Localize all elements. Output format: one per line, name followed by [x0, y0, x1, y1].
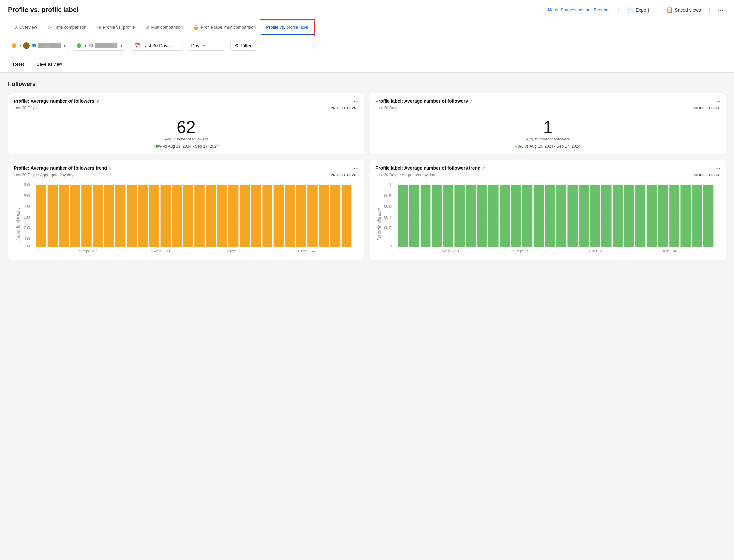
svg-rect-72: [534, 185, 544, 247]
svg-text:0.8: 0.8: [384, 194, 392, 198]
card-2-title: Profile label: Average number of followe…: [375, 99, 472, 104]
svg-rect-31: [217, 185, 227, 247]
profile-selector-2[interactable]: ▾ 🏷 ████████ ▾: [73, 41, 126, 51]
svg-rect-32: [228, 185, 239, 247]
header-actions: Metric Suggestions and Feedback | 📄 Expo…: [548, 5, 726, 15]
svg-rect-85: [680, 185, 691, 247]
tab-multicomparison[interactable]: ⊛ Multicomparison: [140, 20, 188, 35]
reset-button[interactable]: Reset: [8, 60, 29, 69]
trend-card-2-header: Profile label: Average number of followe…: [375, 165, 720, 171]
svg-text:Oct 14: Oct 14: [298, 249, 315, 253]
card-2-comparison-dates: vs Aug 19, 2024 - Sep 17, 2024: [525, 144, 580, 149]
svg-text:1: 1: [388, 183, 392, 187]
svg-text:0: 0: [388, 244, 392, 248]
trend-card-1-header: Profile: Average number of followers tre…: [14, 165, 359, 171]
svg-rect-33: [240, 185, 250, 247]
label-trend-chart-card: Profile label: Average number of followe…: [370, 160, 726, 260]
svg-rect-25: [149, 185, 159, 247]
svg-rect-36: [274, 185, 284, 247]
trend-card-1-level-badge: PROFILE LEVEL: [331, 173, 359, 177]
orange-indicator: [12, 43, 16, 48]
filter-button[interactable]: ⚙ Filter: [230, 41, 256, 51]
help-icon-3[interactable]: ?: [109, 166, 112, 171]
card-2-header: Profile label: Average number of followe…: [375, 99, 720, 104]
time-comparison-icon: ◷: [48, 24, 52, 30]
svg-text:Oct 7: Oct 7: [227, 249, 241, 253]
tab-overview[interactable]: ⊙ Overview: [8, 20, 42, 35]
date-range-selector[interactable]: 📅 Last 30 Days: [130, 41, 183, 51]
granularity-selector[interactable]: Day ▾: [187, 41, 226, 51]
svg-text:0.2: 0.2: [384, 226, 392, 230]
avatar-1: [23, 42, 30, 49]
tab-profile-vs-profile-label[interactable]: Profile vs. profile label: [261, 20, 313, 35]
orange-bar-chart: 60 50 40 30 20 10 0 Avg. number of follo…: [14, 181, 359, 254]
svg-text:10: 10: [23, 237, 30, 241]
profile-name-2: ████████: [95, 43, 117, 48]
trend-card-1-title: Profile: Average number of followers tre…: [14, 165, 112, 171]
app-header: Profile vs. profile label Metric Suggest…: [0, 0, 734, 20]
card-1-menu-button[interactable]: ···: [354, 99, 359, 104]
saved-views-button[interactable]: 📋 Saved views: [664, 5, 704, 14]
card-2-metric-label: Avg. number of followers: [375, 137, 720, 141]
svg-rect-42: [342, 185, 352, 247]
saved-views-icon: 📋: [666, 7, 673, 13]
svg-rect-27: [172, 185, 182, 247]
tab-profile-vs-profile[interactable]: ◑ Profile vs. profile: [92, 20, 140, 35]
help-icon-4[interactable]: ?: [483, 166, 485, 171]
svg-rect-29: [194, 185, 205, 247]
svg-text:40: 40: [23, 205, 30, 208]
followers-section-title: Followers: [8, 81, 726, 88]
label-avg-followers-card: Profile label: Average number of followe…: [370, 93, 726, 154]
trend-card-2-title: Profile label: Average number of followe…: [375, 165, 485, 171]
card-2-level-badge: PROFILE LEVEL: [692, 106, 720, 110]
more-options-button[interactable]: ···: [715, 5, 726, 15]
svg-rect-64: [443, 185, 453, 247]
svg-rect-37: [285, 185, 295, 247]
profile-label-multi-icon: 🔒: [193, 24, 199, 30]
feedback-link[interactable]: Metric Suggestions and Feedback: [548, 7, 613, 12]
svg-rect-68: [488, 185, 499, 247]
main-content: Followers Profile: Average number of fol…: [0, 73, 734, 268]
profile-selector-1[interactable]: ▾ FB ████████ ▾: [8, 40, 69, 51]
separator-2: |: [657, 7, 658, 13]
card-1-period: Last 30 Days: [14, 106, 37, 110]
dropdown-arrow-3: ▾: [85, 44, 86, 48]
card-1-comparison-dates: vs Aug 19, 2024 - Sep 17, 2024: [163, 144, 219, 149]
svg-rect-73: [545, 185, 555, 247]
svg-rect-35: [262, 185, 272, 247]
save-view-button[interactable]: Save as view: [32, 60, 67, 69]
trend-card-1-menu-button[interactable]: ···: [354, 165, 359, 171]
svg-text:Sep 23: Sep 23: [440, 249, 459, 253]
svg-text:Sep 30: Sep 30: [513, 249, 532, 253]
card-2-meta: Last 30 Days PROFILE LEVEL: [375, 106, 720, 110]
profile-trend-chart-card: Profile: Average number of followers tre…: [8, 160, 364, 260]
svg-text:30: 30: [23, 216, 30, 219]
trend-charts-grid: Profile: Average number of followers tre…: [8, 160, 726, 260]
tab-time-comparison[interactable]: ◷ Time comparison: [42, 20, 92, 35]
dropdown-arrow-4: ▾: [121, 44, 122, 48]
svg-rect-81: [635, 185, 646, 247]
card-1-pct-badge: 0%: [154, 144, 162, 149]
help-icon-1[interactable]: ?: [96, 99, 99, 104]
svg-rect-77: [590, 185, 600, 247]
svg-rect-38: [296, 185, 306, 247]
svg-text:Sep 30: Sep 30: [151, 249, 170, 253]
svg-text:50: 50: [23, 194, 30, 198]
card-2-comparison: 0% vs Aug 19, 2024 - Sep 17, 2024: [375, 144, 720, 149]
svg-rect-67: [477, 185, 487, 247]
svg-text:60: 60: [23, 183, 30, 187]
svg-text:0: 0: [27, 244, 30, 248]
export-button[interactable]: 📄 Export: [625, 5, 652, 14]
svg-text:0.4: 0.4: [384, 216, 392, 219]
svg-rect-34: [251, 185, 261, 247]
green-bar-chart: 1 0.8 0.6 0.4 0.2 0 Avg. number of follo…: [375, 181, 720, 254]
svg-rect-21: [104, 185, 114, 247]
trend-card-2-menu-button[interactable]: ···: [715, 165, 720, 171]
svg-rect-76: [579, 185, 589, 247]
svg-rect-80: [624, 185, 634, 247]
card-2-menu-button[interactable]: ···: [715, 99, 720, 104]
tab-profile-label-multicomparison[interactable]: 🔒 Profile label multicomparison: [188, 20, 261, 35]
card-1-metric-label: Avg. number of followers: [14, 137, 359, 141]
svg-text:Avg. number of followers: Avg. number of followers: [376, 208, 383, 240]
help-icon-2[interactable]: ?: [470, 99, 472, 104]
